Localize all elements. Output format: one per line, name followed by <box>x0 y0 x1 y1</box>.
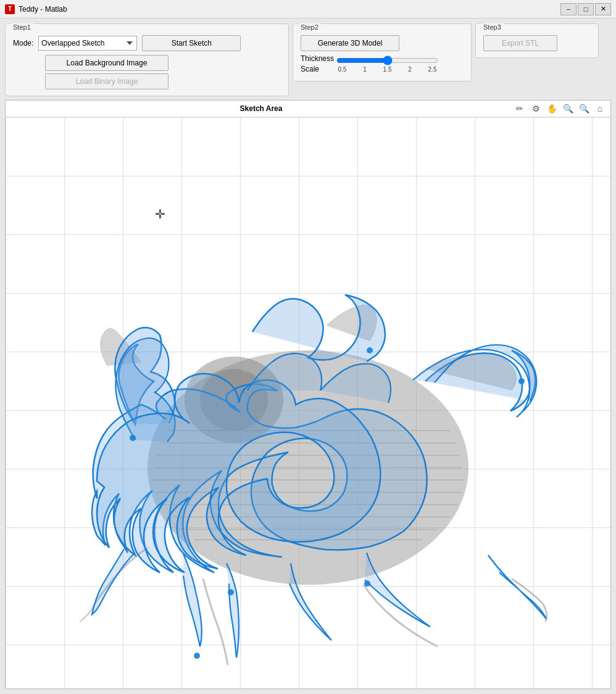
sketch-title: Sketch Area <box>9 104 513 113</box>
step3-label: Step3 <box>481 23 504 31</box>
title-bar: T Teddy - Matlab − □ ✕ <box>0 0 616 19</box>
pencil-icon[interactable]: ✏ <box>513 102 527 115</box>
settings-icon[interactable]: ⚙ <box>529 102 543 115</box>
sketch-container: Sketch Area ✏ ⚙ ✋ 🔍 🔍 ⌂ ✛ <box>5 100 611 689</box>
zoom-out-icon[interactable]: 🔍 <box>561 102 575 115</box>
start-sketch-button[interactable]: Start Sketch <box>142 35 241 51</box>
svg-point-13 <box>130 435 136 441</box>
step2-label: Step2 <box>298 23 321 31</box>
close-button[interactable]: ✕ <box>595 3 611 15</box>
step1-panel: Step1 Mode: Overlapped Sketch Simple Ske… <box>5 23 289 96</box>
load-binary-button[interactable]: Load Binary Image <box>45 73 169 89</box>
beetle-sketch <box>6 117 610 688</box>
mode-label: Mode: <box>13 39 33 48</box>
toolbar-row: Step1 Mode: Overlapped Sketch Simple Ske… <box>5 23 611 96</box>
svg-point-16 <box>228 589 234 595</box>
main-content: Step1 Mode: Overlapped Sketch Simple Ske… <box>0 19 616 694</box>
maximize-button[interactable]: □ <box>578 3 594 15</box>
mode-row: Mode: Overlapped Sketch Simple Sketch St… <box>13 35 281 51</box>
svg-point-18 <box>194 653 200 659</box>
title-bar-left: T Teddy - Matlab <box>5 4 67 14</box>
step3-panel: Step3 Export STL <box>475 23 599 58</box>
thickness-scale-labels: Thickness Scale <box>301 54 334 75</box>
thickness-slider[interactable] <box>336 55 438 66</box>
svg-point-17 <box>367 347 373 353</box>
window-controls: − □ ✕ <box>560 3 611 15</box>
sketch-tools: ✏ ⚙ ✋ 🔍 🔍 ⌂ <box>513 102 607 115</box>
step3-inner: Export STL <box>483 35 591 51</box>
app-icon: T <box>5 4 15 14</box>
thickness-row: Thickness Scale 0.5 1 1.5 2 2.5 <box>301 54 464 75</box>
step2-inner: Generate 3D Model Thickness Scale 0.5 1 … <box>301 35 464 75</box>
svg-point-15 <box>364 580 370 587</box>
load-background-button[interactable]: Load Background Image <box>45 55 169 71</box>
step2-panel: Step2 Generate 3D Model Thickness Scale … <box>293 23 472 81</box>
sketch-canvas[interactable]: ✛ <box>6 117 610 688</box>
generate-3d-button[interactable]: Generate 3D Model <box>301 35 399 51</box>
minimize-button[interactable]: − <box>560 3 576 15</box>
step1-label: Step1 <box>10 23 33 31</box>
step1-buttons: Load Background Image Load Binary Image <box>45 55 281 89</box>
slider-ticks: 0.5 1 1.5 2 2.5 <box>338 66 437 73</box>
zoom-in-icon[interactable]: 🔍 <box>577 102 591 115</box>
slider-container: 0.5 1 1.5 2 2.5 <box>336 55 438 73</box>
pan-icon[interactable]: ✋ <box>545 102 559 115</box>
svg-point-14 <box>518 378 525 384</box>
sketch-header: Sketch Area ✏ ⚙ ✋ 🔍 🔍 ⌂ <box>6 101 610 117</box>
export-stl-button[interactable]: Export STL <box>483 35 557 51</box>
home-icon[interactable]: ⌂ <box>593 102 607 115</box>
mode-select[interactable]: Overlapped Sketch Simple Sketch <box>38 36 137 51</box>
window-title: Teddy - Matlab <box>19 5 67 14</box>
